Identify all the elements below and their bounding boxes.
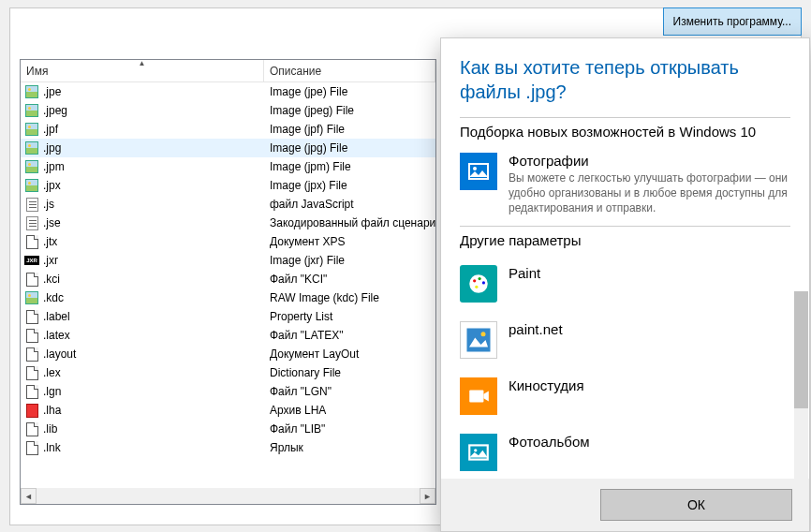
table-row[interactable]: .lnkЯрлык [21, 438, 435, 457]
extension-label: .lnk [43, 441, 61, 454]
table-row[interactable]: .jpegImage (jpeg) File [21, 101, 435, 120]
generic-file-icon [24, 328, 39, 343]
app-item[interactable]: Paint [460, 256, 790, 312]
dialog-scrollbar[interactable] [794, 291, 808, 488]
cell-name: .jpf [21, 122, 264, 137]
cell-description: Файл "KCI" [264, 273, 435, 286]
table-row[interactable]: .jpgImage (jpg) File [21, 139, 435, 157]
cell-description: Документ XPS [264, 235, 435, 248]
image-file-icon [24, 140, 39, 155]
scrollbar-thumb[interactable] [794, 291, 808, 408]
extension-label: .layout [43, 347, 76, 361]
generic-file-icon [24, 234, 39, 249]
cell-description: Image (jpm) File [264, 160, 435, 173]
script-file-icon [24, 215, 39, 230]
table-row[interactable]: .jpfImage (jpf) File [21, 120, 435, 139]
cell-name: .lgn [21, 384, 264, 399]
svg-point-4 [478, 277, 480, 280]
cell-name: .js [21, 197, 264, 212]
paintnet-app-icon [460, 321, 497, 359]
app-name: paint.net [509, 321, 790, 337]
table-row[interactable]: .libФайл "LIB" [21, 420, 435, 438]
cell-name: .lnk [21, 440, 264, 455]
column-name-label: Имя [26, 65, 48, 78]
table-row[interactable]: .kciФайл "KCI" [21, 270, 435, 288]
extension-label: .js [43, 198, 54, 211]
table-row[interactable]: .lhaАрхив LHA [21, 401, 435, 420]
table-row[interactable]: .labelProperty List [21, 307, 435, 326]
cell-description: Файл "LGN" [264, 385, 435, 398]
app-item-photos[interactable]: Фотографии Вы можете с легкостью улучшат… [460, 147, 790, 226]
app-name: Фотографии [509, 153, 790, 169]
dialog-title: Как вы хотите теперь открывать файлы .jp… [460, 55, 790, 104]
scroll-track[interactable] [37, 488, 420, 504]
app-item[interactable]: Фотоальбом [460, 424, 790, 479]
svg-point-8 [481, 332, 486, 336]
generic-file-icon [24, 309, 39, 324]
photos-app-icon [460, 153, 497, 190]
extension-label: .latex [43, 329, 70, 342]
cell-name: .kci [21, 272, 264, 287]
cell-description: Image (jpe) File [264, 85, 435, 98]
extension-label: .jxr [43, 254, 58, 267]
scroll-right-button[interactable]: ► [420, 488, 435, 504]
cell-name: JXR.jxr [21, 253, 264, 268]
table-row[interactable]: JXR.jxrImage (jxr) File [21, 251, 435, 270]
cell-name: .jpx [21, 178, 264, 193]
svg-point-2 [469, 274, 488, 293]
cell-name: .layout [21, 347, 264, 362]
image-file-icon [24, 103, 39, 118]
extension-label: .jse [43, 216, 61, 229]
app-item[interactable]: paint.net [460, 312, 790, 368]
moviemaker-app-icon [460, 377, 497, 415]
ok-button[interactable]: ОК [600, 489, 792, 521]
svg-point-3 [473, 279, 476, 282]
cell-description: Ярлык [264, 441, 435, 454]
table-row[interactable]: .jsфайл JavaScript [21, 195, 435, 214]
svg-rect-9 [469, 390, 483, 402]
paint-app-icon [460, 265, 497, 303]
extension-label: .jpeg [43, 104, 67, 117]
table-row[interactable]: .jpxImage (jpx) File [21, 176, 435, 195]
jxr-file-icon: JXR [24, 253, 39, 268]
change-program-button[interactable]: Изменить программу... [663, 7, 802, 36]
cell-description: файл JavaScript [264, 198, 435, 211]
cell-name: .jtx [21, 234, 264, 249]
extension-label: .jpx [43, 179, 61, 192]
table-row[interactable]: .latexФайл "LATEX" [21, 326, 435, 345]
horizontal-scrollbar[interactable]: ◄ ► [21, 488, 435, 504]
extension-label: .jpg [43, 141, 61, 155]
svg-point-1 [473, 167, 477, 170]
file-type-list: ▲ Имя Описание .jpeImage (jpe) File.jpeg… [20, 59, 436, 505]
extension-label: .lex [43, 366, 61, 379]
extension-label: .kci [43, 273, 60, 286]
dialog-footer: ОК [441, 479, 809, 531]
generic-file-icon [24, 365, 39, 380]
table-row[interactable]: .lgnФайл "LGN" [21, 382, 435, 401]
cell-name: .jpe [21, 84, 264, 99]
table-row[interactable]: .jseЗакодированный файл сценария [21, 214, 435, 232]
scroll-left-button[interactable]: ◄ [21, 488, 37, 504]
column-name[interactable]: ▲ Имя [21, 60, 264, 81]
app-name: Paint [509, 265, 790, 281]
svg-point-11 [474, 449, 477, 451]
image-file-icon [24, 178, 39, 193]
table-row[interactable]: .layoutДокумент LayOut [21, 345, 435, 363]
table-row[interactable]: .jpeImage (jpe) File [21, 82, 435, 101]
column-description[interactable]: Описание [264, 60, 435, 81]
table-row[interactable]: .lexDictionary File [21, 363, 435, 382]
cell-description: Image (jxr) File [264, 254, 435, 267]
generic-file-icon [24, 272, 39, 287]
table-header: ▲ Имя Описание [21, 60, 435, 82]
extension-label: .lgn [43, 385, 61, 398]
table-row[interactable]: .kdcRAW Image (kdc) File [21, 288, 435, 307]
app-item[interactable]: Киностудия [460, 368, 790, 424]
extension-label: .jpe [43, 85, 61, 98]
cell-name: .lib [21, 421, 264, 436]
table-body: .jpeImage (jpe) File.jpegImage (jpeg) Fi… [21, 82, 435, 457]
table-row[interactable]: .jpmImage (jpm) File [21, 157, 435, 176]
cell-name: .lex [21, 365, 264, 380]
table-row[interactable]: .jtxДокумент XPS [21, 232, 435, 251]
cell-name: .label [21, 309, 264, 324]
app-name: Киностудия [509, 377, 790, 393]
